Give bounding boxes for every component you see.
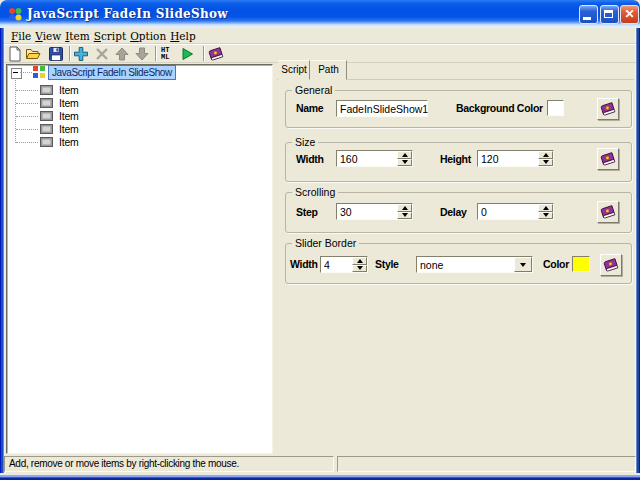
spin-down-button[interactable] [538, 212, 553, 220]
window-border-right [635, 28, 640, 473]
menu-view[interactable]: View [35, 30, 61, 42]
tree-item[interactable]: Item [59, 111, 79, 122]
status-bar-message: Add, remove or move items by right-click… [4, 456, 334, 472]
window-border-bottom [0, 473, 640, 480]
menu-script[interactable]: Script [94, 30, 126, 42]
tab-path[interactable]: Path [310, 60, 347, 80]
delay-label: Delay [440, 206, 467, 218]
title-bar: JavaScript FadeIn SlideShow ✕ [0, 0, 640, 28]
group-general-label: General [292, 84, 335, 97]
maximize-button[interactable] [600, 5, 619, 24]
toolbar-separator [69, 46, 71, 61]
slider-border-help-button[interactable] [600, 254, 622, 276]
tree-root-node[interactable]: JavaScript FadeIn SlideShow [48, 65, 176, 80]
window-border-left [0, 28, 5, 473]
dropdown-arrow-button[interactable] [514, 257, 532, 272]
spin-up-button[interactable] [352, 257, 367, 265]
border-color-swatch[interactable] [572, 256, 590, 272]
tree-item[interactable]: Item [59, 124, 79, 135]
tree-item[interactable]: Item [59, 98, 79, 109]
spin-down-button[interactable] [538, 159, 553, 167]
generate-html-icon[interactable]: HTML [161, 46, 177, 63]
tree-item-icon [40, 137, 53, 147]
help-book-icon[interactable] [208, 46, 224, 62]
preview-icon[interactable] [179, 46, 195, 62]
border-width-label: Width [290, 258, 318, 270]
spin-down-button[interactable] [397, 159, 412, 167]
menu-help[interactable]: Help [170, 30, 195, 42]
menu-option[interactable]: Option [130, 30, 166, 42]
height-label: Height [440, 153, 471, 165]
delay-spinner[interactable]: 0 [477, 203, 554, 220]
tree-root-icon [33, 66, 45, 78]
spin-down-button[interactable] [397, 212, 412, 220]
step-label: Step [296, 206, 318, 218]
tree-line [16, 103, 38, 105]
tree-line [16, 142, 38, 144]
close-button[interactable]: ✕ [620, 5, 639, 24]
tree-line [16, 90, 38, 92]
size-help-button[interactable] [597, 148, 619, 170]
move-up-icon[interactable] [114, 46, 130, 62]
border-color-label: Color [543, 258, 569, 270]
tree-item-icon [40, 98, 53, 108]
close-icon: ✕ [621, 7, 638, 22]
minimize-button[interactable] [579, 5, 598, 24]
background-color-swatch[interactable] [547, 100, 564, 116]
maximize-icon [604, 10, 613, 18]
tree-line [16, 116, 38, 118]
group-size-label: Size [292, 136, 318, 149]
border-style-label: Style [375, 258, 399, 270]
toolbar-separator [155, 46, 157, 61]
tree-item[interactable]: Item [59, 137, 79, 148]
tree-line [16, 129, 38, 131]
tree-item-icon [40, 85, 53, 95]
width-label: Width [296, 153, 324, 165]
name-label: Name [296, 102, 323, 114]
spin-up-button[interactable] [397, 204, 412, 212]
spin-up-button[interactable] [538, 151, 553, 159]
spin-down-button[interactable] [352, 265, 367, 273]
toolbar-separator [203, 46, 205, 61]
name-input[interactable]: FadeInSlideShow1 [336, 100, 428, 117]
background-color-label: Background Color [456, 102, 543, 114]
group-scrolling-label: Scrolling [292, 186, 338, 199]
group-slider-border-label: Slider Border [292, 237, 359, 250]
window-title: JavaScript FadeIn SlideShow [27, 7, 228, 21]
height-spinner[interactable]: 120 [477, 150, 554, 167]
spin-up-button[interactable] [538, 204, 553, 212]
width-spinner[interactable]: 160 [336, 150, 413, 167]
step-spinner[interactable]: 30 [336, 203, 413, 220]
spin-up-button[interactable] [397, 151, 412, 159]
item-tree-panel[interactable] [6, 64, 273, 454]
tree-item-icon [40, 111, 53, 121]
new-file-icon[interactable] [7, 46, 23, 62]
menu-file[interactable]: File [11, 30, 31, 42]
minimize-icon [583, 17, 591, 20]
tree-line [20, 72, 32, 74]
menu-item[interactable]: Item [65, 30, 90, 42]
open-file-icon[interactable] [25, 46, 41, 62]
move-down-icon[interactable] [134, 46, 150, 62]
tree-item-icon [40, 124, 53, 134]
scrolling-help-button[interactable] [597, 201, 619, 223]
save-file-icon[interactable] [48, 46, 64, 62]
delete-item-icon[interactable] [94, 46, 110, 62]
tab-script[interactable]: Script [278, 60, 310, 80]
menu-bar: File View Item Script Option Help [4, 28, 636, 44]
border-width-spinner[interactable]: 4 [320, 256, 368, 273]
app-icon [7, 6, 23, 22]
general-help-button[interactable] [597, 98, 619, 120]
border-style-dropdown[interactable]: none [416, 256, 533, 273]
tree-item[interactable]: Item [59, 85, 79, 96]
status-bar-panel [337, 456, 636, 472]
add-item-icon[interactable] [73, 46, 89, 62]
